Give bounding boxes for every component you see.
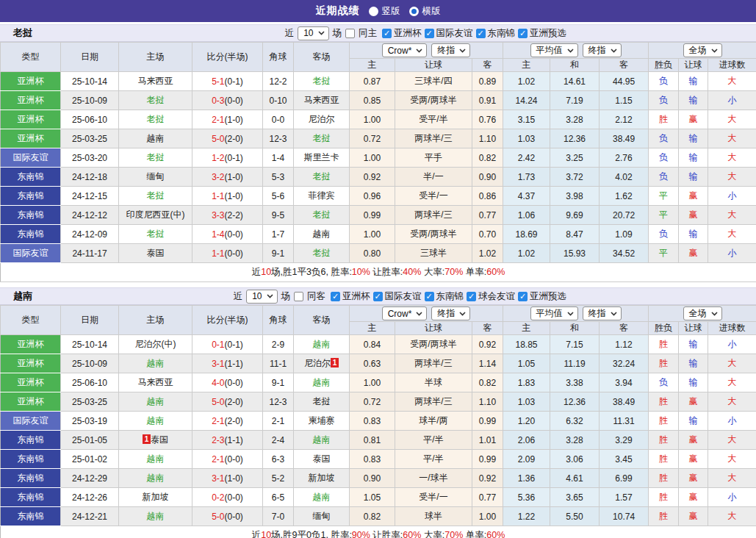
average-select[interactable]: 平均值 — [530, 306, 578, 320]
red-card-badge: 1 — [331, 358, 339, 367]
goals-result: 大 — [708, 225, 756, 244]
average-draw-odds: 14.61 — [550, 72, 600, 91]
home-team: 马来西亚 — [138, 76, 173, 86]
handicap-result: 输 — [679, 225, 708, 244]
score-cell: 2-1(0-0) — [192, 450, 263, 469]
average-home-odds: 18.69 — [503, 225, 550, 244]
near-label: 近 — [232, 290, 245, 303]
col-avg-away: 客 — [600, 322, 649, 335]
win-loss-result: 平 — [649, 244, 679, 263]
layout-radio-horizontal[interactable]: 横版 — [409, 5, 441, 18]
away-team: 老挝 — [313, 396, 331, 406]
handicap-result: 输 — [679, 168, 708, 187]
competition-checkbox[interactable] — [373, 292, 383, 301]
handicap-result: 赢 — [679, 206, 708, 225]
competition-label: 亚洲预选 — [528, 27, 568, 40]
bookmaker-away-odds: 0.99 — [472, 450, 503, 469]
win-loss-result: 胜 — [649, 412, 679, 431]
competition-checkbox[interactable] — [467, 292, 476, 301]
home-team-cell: 印度尼西亚(中) — [119, 206, 192, 225]
col-corner: 角球 — [263, 43, 294, 72]
handicap-line: 两球半/三 — [395, 206, 472, 225]
away-team: 越南 — [313, 434, 331, 445]
average-stage-select[interactable]: 终指 — [583, 43, 622, 57]
handicap-line: 球半 — [395, 507, 472, 526]
average-away-odds: 1.15 — [600, 91, 649, 110]
competition-label: 东南锦 — [435, 290, 466, 303]
scope-select[interactable]: 全场 — [683, 306, 722, 320]
average-stage-select[interactable]: 终指 — [583, 306, 622, 320]
competition-checkbox[interactable] — [425, 29, 434, 38]
bookmaker-select[interactable]: Crow* — [382, 306, 428, 320]
average-home-odds: 1.03 — [503, 392, 550, 412]
same-venue-checkbox[interactable] — [345, 29, 355, 38]
average-select[interactable]: 平均值 — [530, 43, 578, 57]
chevron-down-icon — [711, 49, 718, 53]
matches-count-select[interactable]: 10 — [246, 290, 277, 304]
competition-type-badge: 东南锦 — [1, 507, 61, 526]
match-date: 25-01-02 — [61, 450, 119, 469]
match-date: 25-10-09 — [61, 91, 119, 110]
average-draw-odds: 3.72 — [550, 168, 600, 187]
chevron-down-icon — [611, 312, 617, 316]
away-team: 越南 — [313, 492, 331, 502]
away-team-cell: 尼泊尔 — [294, 110, 350, 129]
scope-select[interactable]: 全场 — [683, 43, 722, 57]
same-venue-checkbox[interactable] — [294, 292, 303, 301]
matches-count-select[interactable]: 10 — [298, 26, 328, 40]
average-away-odds: 1.09 — [600, 225, 649, 244]
win-loss-result: 胜 — [649, 450, 679, 469]
bookmaker-select[interactable]: Crow* — [382, 43, 428, 57]
home-team: 越南 — [147, 358, 165, 368]
average-away-odds: 1.57 — [600, 488, 649, 507]
average-draw-odds: 3.28 — [550, 431, 600, 450]
bookmaker-away-odds: 1.01 — [472, 431, 503, 450]
home-team: 越南 — [147, 396, 165, 406]
bookmaker-stage-select[interactable]: 终指 — [431, 43, 470, 57]
handicap-line: 平/半 — [395, 450, 472, 469]
handicap-result: 赢 — [679, 469, 708, 488]
match-date: 24-12-26 — [61, 488, 119, 507]
goals-result: 小 — [708, 412, 756, 431]
home-team-cell: 马来西亚 — [119, 373, 192, 392]
away-team: 老挝 — [313, 171, 331, 182]
competition-checkbox[interactable] — [476, 29, 486, 38]
half-time-score: (2-0) — [225, 134, 243, 144]
corner-count: 1-7 — [263, 225, 294, 244]
goals-result: 大 — [708, 148, 756, 168]
average-away-odds: 38.49 — [600, 129, 649, 148]
handicap-line: 受两/两球半 — [395, 335, 472, 354]
col-winloss: 胜负 — [649, 59, 679, 72]
handicap-line: 两球半/三 — [395, 129, 472, 148]
team-name: 老挝 — [13, 26, 32, 40]
filter-bar: 近 10 场 同主 亚洲杯国际友谊东南锦亚洲预选 — [284, 26, 568, 40]
average-away-odds: 34.52 — [600, 244, 649, 263]
home-team: 越南 — [147, 453, 165, 464]
handicap-line: 受半/一 — [395, 488, 472, 507]
bookmaker-away-odds: 0.92 — [472, 469, 503, 488]
home-team: 泰国 — [147, 248, 165, 258]
average-draw-odds: 12.36 — [550, 129, 600, 148]
competition-checkbox[interactable] — [425, 292, 434, 301]
layout-radio-horizontal-label: 横版 — [422, 5, 441, 18]
competition-checkbox[interactable] — [518, 292, 528, 301]
full-time-score: 1-2 — [212, 153, 224, 163]
bookmaker-stage-select[interactable]: 终指 — [431, 306, 470, 320]
full-time-score: 2-1 — [212, 416, 224, 426]
bookmaker-away-odds: 0.77 — [472, 206, 503, 225]
competition-checkbox[interactable] — [382, 29, 392, 38]
competition-checkbox[interactable] — [518, 29, 528, 38]
half-time-score: (0-0) — [225, 229, 243, 240]
home-team: 老挝 — [147, 95, 165, 105]
average-home-odds: 1.03 — [503, 129, 550, 148]
half-time-score: (0-0) — [225, 512, 243, 522]
filter-bar: 近 10 场 同客 亚洲杯国际友谊东南锦球会友谊亚洲预选 — [232, 290, 568, 304]
table-row: 亚洲杯 25-10-14 尼泊尔(中) 0-1(0-1) 2-9 越南 0.84… — [1, 335, 756, 354]
layout-radio-vertical[interactable]: 竖版 — [369, 5, 400, 18]
goals-result: 小 — [708, 244, 756, 263]
competition-checkbox[interactable] — [331, 292, 340, 301]
home-team: 印度尼西亚(中) — [126, 209, 185, 220]
col-odds-handicap: 让球 — [395, 322, 472, 335]
win-loss-result: 胜 — [649, 507, 679, 526]
match-date: 25-06-10 — [61, 373, 119, 392]
